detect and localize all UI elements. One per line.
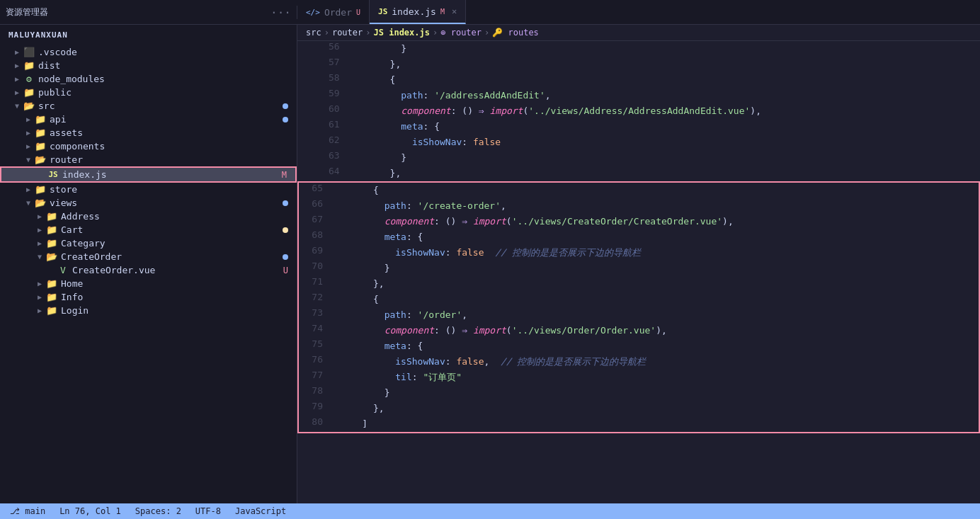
code-line-74: 74 component: () ⇒ import('../views/Orde…	[299, 323, 739, 338]
sidebar-item-public[interactable]: ▶ 📁 public	[0, 86, 297, 99]
status-language: JavaScript	[231, 506, 290, 516]
folder-icon-api: 📁	[34, 114, 47, 125]
arrow-home: ▶	[34, 280, 45, 287]
tab-order[interactable]: </> Order U	[297, 0, 370, 24]
arrow-address: ▶	[34, 212, 45, 220]
sidebar-label-api: api	[50, 114, 66, 125]
arrow-info: ▶	[34, 293, 45, 301]
code-line-70: 70 }	[299, 261, 739, 276]
code-line-61: 61 meta: {	[297, 119, 980, 135]
sidebar: MALUYANXUAN ▶ ⬛ .vscode ▶ 📁 dist ▶ ⚙ nod…	[0, 25, 297, 503]
sidebar-item-categary[interactable]: ▶ 📁 Categary	[0, 236, 297, 250]
sidebar-item-router[interactable]: ▼ 📂 router	[0, 153, 297, 166]
arrow-login: ▶	[34, 307, 45, 314]
code-line-57: 57 },	[297, 57, 980, 72]
code-line-72: 72 {	[299, 292, 739, 307]
sidebar-item-views[interactable]: ▼ 📂 views	[0, 196, 297, 210]
code-editor[interactable]: 56 } 57 }, 58 {	[297, 41, 980, 503]
arrow-store: ▶	[23, 186, 34, 193]
explorer-title: 资源管理器	[6, 6, 268, 18]
dot-badge-api	[283, 117, 288, 122]
sidebar-item-assets[interactable]: ▶ 📁 assets	[0, 126, 297, 139]
arrow-dist: ▶	[11, 62, 23, 69]
status-branch: ⎇ main	[6, 506, 50, 516]
breadcrumb-indexjs: JS index.js	[374, 28, 430, 38]
sidebar-item-createorder[interactable]: ▼ 📂 CreateOrder	[0, 250, 297, 263]
sidebar-item-components[interactable]: ▶ 📁 components	[0, 139, 297, 153]
tab-bar: 资源管理器 ··· </> Order U JS index.js M ✕	[0, 0, 980, 25]
sidebar-item-vscode[interactable]: ▶ ⬛ .vscode	[0, 45, 297, 59]
sidebar-label-login: Login	[61, 305, 89, 316]
sidebar-item-api[interactable]: ▶ 📁 api	[0, 113, 297, 126]
folder-icon-store: 📁	[34, 184, 47, 195]
sidebar-label-createordervue: CreateOrder.vue	[72, 265, 155, 275]
sidebar-item-createordervue[interactable]: V CreateOrder.vue U	[0, 263, 297, 277]
folder-icon-public: 📁	[23, 87, 35, 98]
tabs-container: </> Order U JS index.js M ✕	[297, 0, 980, 24]
arrow-node-modules: ▶	[11, 75, 23, 83]
highlighted-code-section: 65 { 66 path: '/create-order', 67 compon…	[297, 181, 980, 433]
code-line-60: 60 component: () ⇒ import('../views/Addr…	[297, 103, 980, 119]
status-spaces: Spaces: 2	[131, 506, 186, 516]
editor-area: src › router › JS index.js › ⊕ router › …	[297, 25, 980, 503]
folder-icon-dist: 📁	[23, 60, 35, 71]
sidebar-item-dist[interactable]: ▶ 📁 dist	[0, 59, 297, 72]
sidebar-item-address[interactable]: ▶ 📁 Address	[0, 210, 297, 223]
folder-icon-router: 📂	[34, 154, 47, 165]
sidebar-item-node-modules[interactable]: ▶ ⚙ node_modules	[0, 72, 297, 86]
arrow-categary: ▶	[34, 239, 45, 247]
sidebar-label-cart: Cart	[61, 224, 83, 235]
tab-indexjs-label: index.js	[392, 6, 436, 17]
node-icon: ⚙	[23, 74, 35, 84]
arrow-src: ▼	[11, 102, 23, 110]
sidebar-header-area: 资源管理器 ···	[0, 6, 297, 19]
sidebar-label-router: router	[50, 154, 83, 165]
modified-badge-createordervue: U	[283, 266, 288, 275]
code-line-78: 78 }	[299, 385, 739, 401]
breadcrumb-router: router	[332, 28, 363, 38]
sidebar-label-info: Info	[61, 292, 83, 302]
sidebar-item-login[interactable]: ▶ 📁 Login	[0, 304, 297, 317]
js-file-icon: JS	[47, 170, 59, 179]
folder-icon-createorder: 📂	[45, 251, 58, 262]
explorer-more-button[interactable]: ···	[270, 6, 291, 19]
vscode-icon: ⬛	[23, 47, 35, 57]
tab-order-modified: U	[356, 8, 360, 16]
folder-icon-assets: 📁	[34, 127, 47, 138]
code-line-63: 63 }	[297, 150, 980, 166]
dot-badge-cart	[283, 227, 288, 233]
tab-indexjs[interactable]: JS index.js M ✕	[370, 0, 466, 24]
code-line-80: 80 ]	[299, 416, 739, 432]
arrow-router: ▼	[23, 156, 34, 164]
code-line-68: 68 meta: {	[299, 229, 739, 245]
sidebar-label-vscode: .vscode	[38, 47, 77, 57]
tab-close-button[interactable]: ✕	[452, 6, 457, 16]
sidebar-label-createorder: CreateOrder	[61, 251, 122, 262]
sidebar-item-cart[interactable]: ▶ 📁 Cart	[0, 223, 297, 236]
sidebar-item-info[interactable]: ▶ 📁 Info	[0, 290, 297, 304]
sidebar-label-src: src	[38, 101, 55, 111]
status-bar: ⎇ main Ln 76, Col 1 Spaces: 2 UTF-8 Java…	[0, 503, 980, 519]
arrow-cart: ▶	[34, 226, 45, 234]
order-icon: </>	[306, 8, 320, 17]
sidebar-item-indexjs[interactable]: JS index.js M	[0, 166, 297, 183]
folder-icon-categary: 📁	[45, 238, 58, 249]
sidebar-item-src[interactable]: ▼ 📂 src	[0, 99, 297, 113]
sidebar-label-components: components	[50, 141, 105, 152]
code-line-58: 58 {	[297, 72, 980, 88]
breadcrumb-router2: ⊕ router	[440, 28, 482, 38]
sidebar-item-home[interactable]: ▶ 📁 Home	[0, 277, 297, 290]
sidebar-label-address: Address	[61, 211, 100, 222]
sidebar-label-views: views	[50, 198, 77, 208]
arrow-vscode: ▶	[11, 48, 23, 56]
sidebar-item-store[interactable]: ▶ 📁 store	[0, 183, 297, 196]
folder-icon-info: 📁	[45, 292, 58, 302]
sidebar-label-dist: dist	[38, 60, 60, 71]
code-line-62: 62 isShowNav: false	[297, 135, 980, 150]
arrow-assets: ▶	[23, 129, 34, 137]
code-line-71: 71 },	[299, 276, 739, 292]
folder-icon-address: 📁	[45, 211, 58, 222]
folder-icon-cart: 📁	[45, 224, 58, 235]
code-line-75: 75 meta: {	[299, 338, 739, 354]
arrow-api: ▶	[23, 115, 34, 123]
